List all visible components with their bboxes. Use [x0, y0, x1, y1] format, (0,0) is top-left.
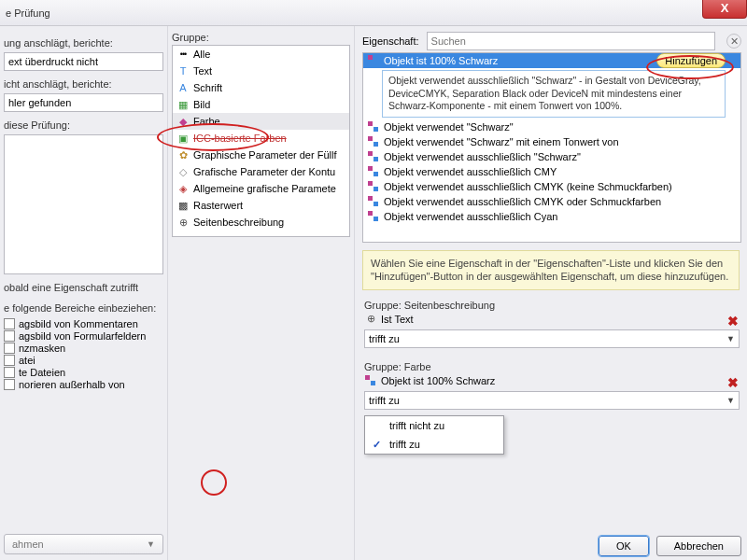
left-checkbox[interactable]: nzmasken [4, 343, 163, 354]
left-checkbox[interactable]: norieren außerhalb von [4, 379, 163, 390]
group-item-label: Grafische Parameter der Kontu [193, 166, 335, 177]
group-item-agp[interactable]: Allgemeine grafische Paramete [173, 180, 349, 197]
rahmen-button[interactable]: ahmen▼ [4, 534, 163, 554]
svg-rect-8 [368, 166, 373, 171]
alle-icon [176, 48, 190, 61]
dropdown-option-zu[interactable]: trifft zu [365, 435, 503, 454]
group-item-raster[interactable]: Rasterwert [173, 197, 349, 214]
checkbox-label: norieren außerhalb von [19, 379, 125, 390]
property-description: Objekt verwendet ausschließlich "Schwarz… [382, 70, 726, 118]
checkbox-label: te Dateien [19, 367, 65, 378]
svg-rect-9 [374, 172, 378, 176]
property-panel: Eigenschaft: ✕ Objekt ist 100% Schwarz H… [355, 26, 747, 560]
property-icon [367, 120, 380, 133]
left-checkbox[interactable]: atei [4, 355, 163, 366]
group-item-gp[interactable]: Graphische Parameter der Füllf [173, 147, 349, 163]
property-row-label: Objekt verwendet ausschließlich CMYK (ke… [384, 181, 672, 192]
property-icon [367, 210, 380, 223]
svg-rect-4 [368, 136, 373, 141]
group-panel: Gruppe: AlleTextSchriftBildFarbeICC-basi… [168, 26, 355, 560]
cond1-delete-icon[interactable]: ✖ [725, 313, 741, 329]
group-item-schrift[interactable]: Schrift [173, 79, 349, 96]
svg-rect-16 [365, 375, 370, 380]
seite-icon [364, 313, 377, 326]
checkbox-label: nzmasken [19, 343, 65, 354]
property-icon [367, 165, 380, 178]
raster-icon [176, 199, 190, 212]
property-row[interactable]: Objekt verwendet ausschließlich CMYK (ke… [363, 179, 740, 194]
farbe-icon [176, 115, 190, 128]
ok-button[interactable]: OK [599, 536, 649, 556]
input-anschlaegt[interactable] [4, 52, 163, 71]
group-item-icc[interactable]: ICC-basierte Farben [173, 130, 349, 147]
checkbox-label: agsbild von Formularfeldern [19, 330, 146, 342]
property-icon [367, 180, 380, 193]
group-item-seite[interactable]: Seitenbeschreibung [173, 214, 349, 231]
condition-group-2: Gruppe: Farbe Objekt ist 100% Schwarz tr… [364, 361, 740, 410]
input-nicht[interactable] [4, 93, 163, 112]
group-item-bild[interactable]: Bild [173, 96, 349, 113]
property-row[interactable]: Objekt verwendet ausschließlich "Schwarz… [363, 149, 740, 164]
svg-rect-10 [368, 181, 373, 186]
cond2-delete-icon[interactable]: ✖ [725, 374, 741, 391]
svg-rect-12 [368, 196, 373, 201]
checkbox-icon [4, 367, 15, 378]
checkbox-icon [4, 343, 15, 354]
group-item-label: Graphische Parameter der Füllf [193, 149, 336, 161]
cancel-button[interactable]: Abbrechen [656, 536, 741, 556]
close-button[interactable]: X [702, 0, 747, 19]
group-item-farbe[interactable]: Farbe [173, 113, 349, 130]
group-item-label: Seitenbeschreibung [193, 217, 284, 228]
label-sobald: obald eine Eigenschaft zutrifft [4, 282, 163, 293]
cond2-dropdown[interactable]: trifft nicht zu trifft zu [364, 415, 504, 455]
clear-search-icon[interactable]: ✕ [726, 34, 741, 49]
svg-rect-1 [374, 61, 378, 65]
checkbox-icon [4, 330, 15, 342]
property-icon [367, 195, 380, 208]
textarea-diese[interactable] [4, 134, 163, 274]
checkbox-icon [4, 379, 15, 390]
property-row[interactable]: Objekt verwendet ausschließlich CMY [363, 164, 740, 179]
cond1-group-label: Gruppe: Seitenbeschreibung [364, 300, 740, 311]
property-row-label: Objekt verwendet ausschließlich Cyan [384, 211, 557, 222]
cond1-select[interactable]: trifft zu▼ [364, 329, 740, 348]
hint-box: Wählen Sie eine Eigenschaft in der "Eige… [362, 250, 740, 290]
label-nicht: icht anschlägt, berichte: [4, 78, 163, 90]
left-checkbox[interactable]: agsbild von Formularfeldern [4, 330, 163, 342]
dropdown-option-nichtzu[interactable]: trifft nicht zu [365, 416, 503, 435]
cond2-select[interactable]: trifft zu▼ [364, 391, 740, 410]
group-list[interactable]: AlleTextSchriftBildFarbeICC-basierte Far… [172, 45, 350, 237]
property-list[interactable]: Objekt ist 100% Schwarz Hinzufügen Objek… [362, 52, 741, 243]
property-label: Eigenschaft: [362, 35, 419, 47]
gk-icon [176, 165, 190, 178]
bild-icon [176, 98, 190, 111]
search-input[interactable] [427, 32, 715, 50]
group-label: Gruppe: [172, 32, 350, 43]
left-panel: ung anschlägt, berichte: icht anschlägt,… [0, 26, 168, 560]
property-row[interactable]: Objekt verwendet "Schwarz" mit einem Ton… [363, 134, 740, 149]
property-row[interactable]: Objekt verwendet "Schwarz" [363, 119, 740, 134]
property-row-label: Objekt verwendet ausschließlich CMY [384, 166, 557, 177]
window-title: e Prüfung [6, 7, 50, 19]
property-row[interactable]: Objekt verwendet ausschließlich CMYK ode… [363, 194, 740, 209]
left-checkbox[interactable]: agsbild von Kommentaren [4, 318, 163, 329]
label-diese: diese Prüfung: [4, 119, 163, 131]
group-item-label: Alle [193, 49, 210, 60]
add-button[interactable]: Hinzufügen [656, 53, 726, 68]
group-item-text[interactable]: Text [173, 63, 349, 79]
group-item-label: Text [193, 65, 212, 77]
svg-rect-7 [374, 157, 378, 161]
group-item-alle[interactable]: Alle [173, 46, 349, 63]
property-row-label: Objekt verwendet "Schwarz" mit einem Ton… [384, 136, 619, 147]
cond1-object: Ist Text [381, 314, 414, 325]
svg-rect-0 [368, 55, 373, 60]
checkbox-icon [4, 355, 15, 366]
schrift-icon [176, 81, 190, 94]
svg-rect-11 [374, 187, 378, 191]
group-item-gk[interactable]: Grafische Parameter der Kontu [173, 163, 349, 180]
left-checkbox[interactable]: te Dateien [4, 367, 163, 378]
property-row[interactable]: Objekt verwendet ausschließlich Cyan [363, 209, 740, 224]
checkbox-label: atei [19, 355, 35, 366]
gp-icon [176, 148, 190, 161]
text-icon [176, 64, 190, 77]
